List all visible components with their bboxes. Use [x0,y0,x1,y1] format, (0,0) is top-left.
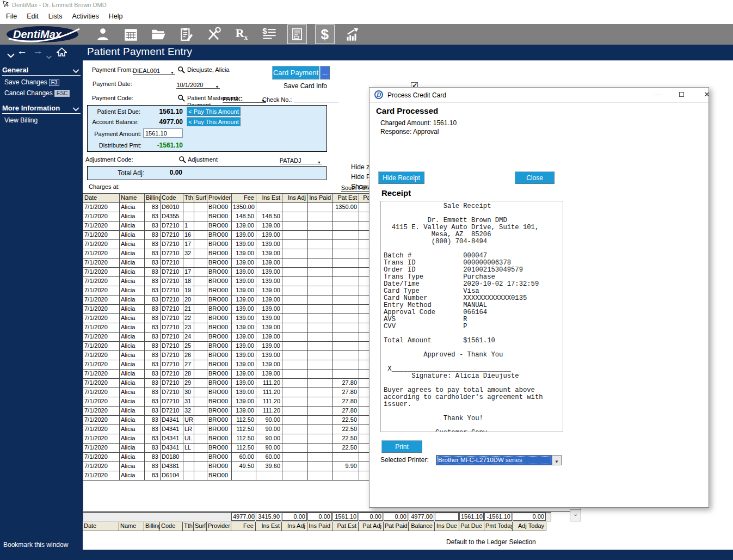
grid-cell [194,314,207,323]
grid-cell: 7/1/2020 [83,314,120,323]
chevron-down-icon[interactable] [7,49,15,60]
dialog-title: Process Credit Card [387,91,446,99]
menu-lists[interactable]: Lists [44,9,67,24]
statement-document-icon[interactable] [287,24,307,44]
menu-file[interactable]: File [1,9,22,24]
grid-header-cell: Fee [231,522,256,531]
grid-cell [282,333,308,342]
pay-account-balance-button[interactable]: < Pay This Amount [187,117,241,126]
printer-select[interactable]: Brother MFC-L2710DW series [436,455,562,465]
grid-cell: 20 [183,296,194,305]
card-payment-more-button[interactable]: ... [320,66,330,79]
check-no-input[interactable] [294,95,338,102]
grid-cell: D0180 [161,453,183,462]
print-button[interactable]: Print [381,440,422,453]
card-payment-button[interactable]: Card Payment [272,66,319,79]
bookmark-this-window[interactable]: Bookmark this window [3,541,68,549]
home-icon[interactable] [57,47,67,59]
grid-cell: D7210 [161,259,183,268]
close-button[interactable]: Close [515,171,555,184]
search-icon[interactable] [178,156,186,165]
billing-ledger-icon[interactable]: $ [260,24,279,44]
dropdown-arrow-icon [170,69,174,75]
grid-cell: 7/1/2020 [83,305,120,314]
search-icon[interactable] [177,66,185,76]
close-icon[interactable]: ✕ [700,89,714,101]
adjustment-code-dropdown[interactable]: PATADJ [280,157,322,164]
grid-cell: BRO00 [207,333,232,342]
grid-cell [308,379,333,388]
pay-patient-est-due-button[interactable]: < Pay This Amount [187,107,241,116]
grid-cell: 139.00 [256,231,282,240]
grid-cell: 139.00 [256,296,282,305]
grid-cell: 83 [145,286,161,296]
exam-tools-icon[interactable] [204,24,224,44]
grid-cell [308,388,333,397]
menu-help[interactable]: Help [104,9,128,24]
grid-cell: D7210 [161,333,183,342]
grid-cell: 139.00 [232,388,256,397]
maximize-icon[interactable] [674,89,688,101]
dropdown-arrow-icon[interactable] [552,456,561,465]
grid-header-cell: Surf [194,522,207,531]
grid-cell: Alicia [120,342,145,351]
grid-cell: BRO00 [207,296,232,305]
grid-cell [194,296,207,305]
grid-cell: 19 [183,286,194,296]
grid-cell [308,249,333,259]
dialog-title-bar[interactable]: D Process Credit Card — ✕ [369,88,709,103]
grid-cell: 139.00 [232,259,256,268]
grid-cell: 83 [145,471,161,481]
chevron-down-small-icon[interactable] [46,50,52,61]
grid-cell: 7/1/2020 [83,277,120,286]
sidebar-section-general[interactable]: General [2,66,81,76]
grid-cell [232,471,256,481]
grid-cell [282,212,308,221]
payment-date-dropdown[interactable]: 10/1/2020 [176,82,220,89]
documents-folder-icon[interactable] [149,24,168,44]
back-arrow-icon[interactable]: ← [17,46,27,57]
clipboard-notes-icon[interactable] [176,24,196,44]
grid-cell: 83 [145,397,161,407]
grid-cell [282,268,308,277]
grid-cell [183,453,194,462]
grid-cell: 16 [183,231,194,240]
sidebar-item-cancel-changes[interactable]: Cancel ChangesESC [0,88,83,99]
grid-cell [194,212,207,221]
payment-amount-input[interactable] [143,128,183,138]
grid-cell: BRO00 [207,342,232,351]
reports-chart-icon[interactable] [343,24,362,44]
payment-from-dropdown[interactable]: DIEAL001 [133,67,175,75]
search-icon[interactable] [177,94,185,104]
grid-cell: 18 [183,277,194,286]
grid-cell: 7/1/2020 [83,240,120,249]
grid-header-cell: Pmt Today [484,522,513,531]
grid-cell: 60.00 [232,453,256,462]
grid-cell: Alicia [120,416,145,425]
grid-cell: 7/1/2020 [83,249,120,259]
grid-cell [308,444,333,453]
menu-edit[interactable]: Edit [22,9,44,24]
hide-receipt-button[interactable]: Hide Receipt [378,171,424,184]
grid-cell [194,221,207,231]
prescription-rx-icon[interactable]: Rx [232,24,251,44]
distributed-pmt-label: Distributed Pmt: [94,142,141,149]
totals-cell: 4977.00 [231,513,255,521]
schedule-calendar-icon[interactable] [121,24,140,44]
scrollbar-down-arrow[interactable] [570,509,581,521]
sidebar-item-save-changes[interactable]: Save ChangesF3 [0,77,83,88]
grid-cell [282,444,308,453]
grid-cell [333,370,359,379]
grid-cell [282,221,308,231]
menu-activities[interactable]: Activities [67,9,103,24]
f3-key-badge: F3 [49,79,60,86]
grid-cell [183,462,194,471]
dropdown-arrow-icon [215,83,219,89]
payment-dollar-icon[interactable]: $ [315,24,335,44]
receipt-box: Sale Receipt Dr. Emmett Brown DMD 4115 E… [380,201,563,432]
patient-icon[interactable] [93,24,113,44]
forward-arrow-icon[interactable]: → [33,46,43,57]
minimize-icon[interactable]: — [650,89,664,101]
grid-cell [282,379,308,388]
grid-cell: 83 [145,342,161,351]
